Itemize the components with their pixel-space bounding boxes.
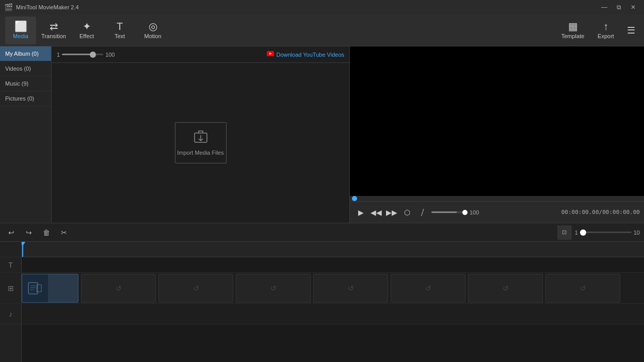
sidebar-item-pictures[interactable]: Pictures (0) (0, 91, 51, 106)
timeline-toolbar-right: ⊡ 1 10 (557, 225, 640, 240)
export-button[interactable]: ↑ Export (590, 17, 621, 44)
preview-panel: ▶ ◀◀ ▶▶ ⬡ ⧸ 100 00:00:00.00/00:00:00.00 (350, 46, 644, 223)
text-button[interactable]: T Text (104, 17, 135, 44)
template-label: Template (561, 33, 585, 39)
main-area: My Album (0) Videos (0) Music (9) Pictur… (0, 46, 644, 223)
text-icon: T (117, 21, 123, 31)
undo-button[interactable]: ↩ (4, 225, 19, 240)
redo-button[interactable]: ↪ (22, 225, 36, 240)
sidebar-item-music[interactable]: Music (9) (0, 76, 51, 91)
audio-track-label: ♪ (0, 304, 21, 324)
motion-icon: ◎ (149, 21, 157, 31)
svg-rect-4 (28, 283, 38, 294)
effect-button[interactable]: ✦ Effect (71, 17, 102, 44)
text-track-row (22, 257, 644, 273)
volume-slider[interactable] (431, 211, 468, 213)
next-frame-button[interactable]: ▶▶ (385, 206, 398, 219)
segment-block-1: ↺ (81, 274, 156, 303)
segment-icon-4: ↺ (348, 284, 354, 292)
preview-progress-thumb[interactable] (352, 196, 357, 201)
media-label: Media (13, 33, 28, 39)
zoom-timeline-container: 1 10 (575, 229, 640, 236)
timeline-area: ↩ ↪ 🗑 ✂ ⊡ 1 10 T ⊞ ♪ (0, 223, 644, 362)
zoom-slider[interactable] (62, 54, 103, 55)
zoom-max-label: 100 (105, 52, 115, 58)
import-label: Import Media Files (177, 150, 223, 156)
app-icon: 🎬 (4, 3, 13, 11)
volume-value: 100 (470, 209, 484, 216)
cut-button[interactable]: ✂ (57, 225, 71, 240)
export-icon: ↑ (603, 21, 608, 31)
close-button[interactable]: ✕ (626, 3, 640, 12)
segment-icon-1: ↺ (116, 284, 122, 292)
effect-icon: ✦ (83, 21, 91, 31)
import-media-button[interactable]: Import Media Files (175, 122, 227, 163)
app-title: MiniTool MovieMaker 2.4 (16, 4, 79, 10)
transition-button[interactable]: ⇄ Transition (38, 17, 69, 44)
timeline-tracks: ↺ ↺ ↺ ↺ ↺ ↺ ↺ (22, 242, 644, 362)
play-button[interactable]: ▶ (354, 206, 367, 219)
title-bar-left: 🎬 MiniTool MovieMaker 2.4 (4, 3, 79, 11)
youtube-icon (267, 51, 274, 58)
preview-controls: ▶ ◀◀ ▶▶ ⬡ ⧸ 100 00:00:00.00/00:00:00.00 (350, 201, 644, 223)
export-label: Export (598, 33, 614, 39)
sidebar-item-videos[interactable]: Videos (0) (0, 61, 51, 76)
segment-icon-7: ↺ (580, 284, 586, 292)
segment-block-3: ↺ (236, 274, 311, 303)
media-icon: ⬜ (14, 21, 27, 31)
preview-screen (350, 46, 644, 196)
segment-icon-2: ↺ (193, 284, 199, 292)
title-bar: 🎬 MiniTool MovieMaker 2.4 — ⧉ ✕ (0, 0, 644, 14)
audio-track-icon: ♪ (9, 310, 12, 318)
media-panel: 1 100 Download YouTube Videos (52, 46, 350, 223)
split-button[interactable]: ⧸ (416, 206, 429, 219)
menu-button[interactable]: ☰ (623, 23, 639, 38)
zoom-timeline-slider[interactable] (580, 232, 632, 233)
segment-icon-6: ↺ (503, 284, 509, 292)
download-youtube-link[interactable]: Download YouTube Videos (267, 51, 345, 58)
timecode: 00:00:00.00/00:00:00.00 (561, 209, 640, 216)
sidebar: My Album (0) Videos (0) Music (9) Pictur… (0, 46, 52, 223)
minimize-button[interactable]: — (598, 3, 611, 12)
zoom-timeline-min: 1 (575, 229, 578, 236)
track-labels: T ⊞ ♪ (0, 242, 22, 362)
timeline-playhead[interactable] (22, 242, 23, 257)
text-label: Text (115, 33, 125, 39)
ruler-label (0, 242, 21, 257)
video-clip[interactable] (22, 274, 78, 303)
zoom-slider-container: 1 100 (57, 52, 115, 58)
zoom-timeline-max: 10 (634, 229, 640, 236)
template-icon: ▦ (568, 21, 578, 31)
prev-frame-button[interactable]: ◀◀ (369, 206, 383, 219)
effect-label: Effect (79, 33, 94, 39)
timeline-toolbar: ↩ ↪ 🗑 ✂ ⊡ 1 10 (0, 223, 644, 242)
video-track-icon: ⊞ (8, 284, 14, 292)
toolbar-right: ▦ Template ↑ Export ☰ (557, 17, 639, 44)
motion-label: Motion (144, 33, 161, 39)
restore-button[interactable]: ⧉ (612, 3, 625, 12)
snapshot-button[interactable]: ⬡ (400, 206, 414, 219)
media-button[interactable]: ⬜ Media (5, 17, 36, 44)
segment-block-4: ↺ (313, 274, 388, 303)
video-clip-thumbnail (22, 274, 48, 302)
media-toolbar: 1 100 Download YouTube Videos (52, 46, 349, 63)
toolbar: ⬜ Media ⇄ Transition ✦ Effect T Text ◎ M… (0, 14, 644, 46)
timeline-ruler (22, 242, 644, 257)
segment-icon-5: ↺ (425, 284, 431, 292)
segment-block-5: ↺ (391, 274, 465, 303)
segment-block-7: ↺ (545, 274, 620, 303)
delete-button[interactable]: 🗑 (39, 225, 54, 240)
video-track-label: ⊞ (0, 273, 21, 304)
media-content: Import Media Files (52, 63, 349, 223)
text-track-label: T (0, 257, 21, 273)
video-track-row: ↺ ↺ ↺ ↺ ↺ ↺ ↺ (22, 273, 644, 304)
title-bar-controls: — ⧉ ✕ (598, 3, 640, 12)
sidebar-item-my-album[interactable]: My Album (0) (0, 46, 51, 61)
audio-track-row (22, 304, 644, 324)
motion-button[interactable]: ◎ Motion (137, 17, 168, 44)
template-button[interactable]: ▦ Template (557, 17, 588, 44)
fit-button[interactable]: ⊡ (557, 225, 572, 240)
preview-progress-bar[interactable] (350, 196, 644, 201)
timeline-content: T ⊞ ♪ (0, 242, 644, 362)
transition-label: Transition (41, 33, 66, 39)
